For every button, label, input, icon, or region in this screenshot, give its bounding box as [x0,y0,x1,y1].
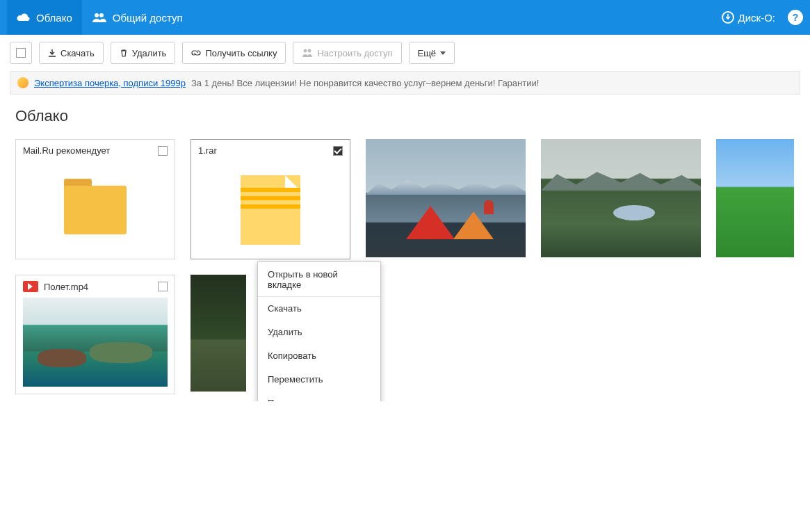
getlink-label: Получить ссылку [205,48,277,58]
image-thumbnail [191,275,246,392]
video-card[interactable]: Полет.mp4 [15,275,175,394]
caret-down-icon [440,51,446,55]
menu-download[interactable]: Скачать [258,296,380,320]
more-button[interactable]: Ещё [409,42,455,64]
image-card[interactable] [366,139,526,257]
configure-button[interactable]: Настроить доступ [293,42,401,64]
delete-button[interactable]: Удалить [111,42,176,64]
nav-shared[interactable]: Общий доступ [82,0,193,35]
video-icon [23,281,38,292]
image-card[interactable] [716,139,794,257]
getlink-button[interactable]: Получить ссылку [182,42,286,64]
svg-point-2 [304,49,307,53]
svg-point-3 [308,49,311,53]
checkbox-icon [16,48,26,58]
disko-link[interactable]: Диск-О: [718,0,779,35]
trash-icon [120,49,128,57]
download-icon [48,49,56,57]
ad-text: За 1 день! Все лицензии! Не понравится к… [191,78,539,88]
nav-shared-label: Общий доступ [113,12,183,24]
menu-copy[interactable]: Копировать [258,344,380,367]
image-thumbnail [366,139,526,257]
folder-icon [64,186,127,234]
image-thumbnail [541,139,701,257]
menu-open-new-tab[interactable]: Открыть в новой вкладке [258,262,380,296]
down-circle-icon [722,11,734,24]
image-card[interactable] [541,139,701,257]
file-name: 1.rar [198,145,217,156]
file-grid: Mail.Ru рекомендует 1.rar [0,132,810,401]
ad-icon [17,77,29,88]
svg-point-0 [95,13,99,17]
download-button[interactable]: Скачать [39,42,104,64]
folder-card-recommend[interactable]: Mail.Ru рекомендует [15,139,175,259]
people-icon [302,49,313,57]
menu-delete[interactable]: Удалить [258,320,380,344]
more-label: Ещё [418,48,437,58]
configure-label: Настроить доступ [317,48,392,58]
file-card-rar[interactable]: 1.rar [191,139,350,259]
toolbar: Скачать Удалить Получить ссылку Настроит… [0,35,810,71]
ad-link[interactable]: Экспертиза почерка, подписи 1999р [34,78,186,88]
svg-point-1 [99,13,104,17]
top-nav: Облако Общий доступ Диск-О: ? [0,0,810,35]
disko-label: Диск-О: [738,12,775,24]
nav-cloud-label: Облако [36,12,72,24]
checkbox-checked-icon[interactable] [333,146,343,156]
link-icon [191,49,201,57]
context-menu: Открыть в новой вкладке Скачать Удалить … [257,261,381,401]
download-label: Скачать [60,48,95,58]
ad-banner[interactable]: Экспертиза почерка, подписи 1999р За 1 д… [10,71,800,95]
people-icon [92,13,107,22]
folder-name: Mail.Ru рекомендует [23,145,110,156]
cloud-icon [17,13,31,22]
menu-move[interactable]: Переместить [258,367,380,391]
image-thumbnail [716,139,794,257]
help-icon[interactable]: ? [788,10,803,25]
select-all-button[interactable] [10,42,32,64]
rar-file-icon [241,175,300,245]
checkbox-icon[interactable] [158,282,168,291]
page-title: Облако [0,95,810,132]
checkbox-icon[interactable] [158,146,168,156]
delete-label: Удалить [132,48,167,58]
nav-cloud[interactable]: Облако [7,0,82,35]
menu-rename[interactable]: Переименовать [258,391,380,401]
image-card[interactable] [191,275,246,392]
video-thumbnail [23,298,168,387]
video-name: Полет.mp4 [44,282,88,292]
